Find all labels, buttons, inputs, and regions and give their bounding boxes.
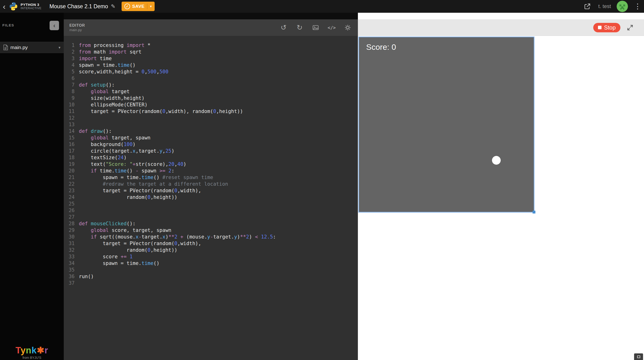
stage-canvas[interactable]: Score: 0 [358, 36, 534, 213]
code-line: 24 random(0,height)) [64, 194, 358, 201]
brand-line2: INTERACTIVE [20, 6, 41, 10]
code-line: 37 [64, 280, 358, 286]
console-toggle-button[interactable] [634, 354, 643, 360]
code-line: 26 [64, 207, 358, 214]
code-line: 25 [64, 201, 358, 207]
tynker-logo-letter: r [44, 345, 48, 355]
code-line: 28def mouseClicked(): [64, 220, 358, 227]
code-line: 35 [64, 267, 358, 273]
avatar[interactable] [616, 1, 628, 12]
code-line: 12 [64, 115, 358, 121]
stage-header: Stop [358, 19, 644, 36]
stage-body: Score: 0 [358, 36, 644, 360]
image-icon[interactable] [311, 23, 320, 32]
code-line: 13 [64, 121, 358, 128]
stop-button[interactable]: Stop [593, 23, 620, 32]
target-circle[interactable] [492, 156, 501, 165]
code-line: 20 if time.time() - spawn >= 2: [64, 167, 358, 174]
save-check-icon: ✓ [124, 3, 130, 9]
code-line: 4spawn = time.time() [64, 62, 358, 68]
file-name: main.py [10, 44, 28, 50]
code-line: 32 random(0,height)) [64, 247, 358, 253]
code-line: 23 target = PVector(random(0,width), [64, 187, 358, 194]
overflow-menu-icon[interactable]: ⋮ [634, 3, 641, 10]
code-line: 17 circle(target.x,target.y,25) [64, 148, 358, 154]
code-line: 30 if sqrt((mouse.x-target.x)**2 + (mous… [64, 234, 358, 240]
code-line: 3import time [64, 55, 358, 62]
undo-icon[interactable]: ↺ [279, 23, 288, 32]
user-name: t. test [598, 3, 611, 9]
code-line: 29 global score, target, spawn [64, 227, 358, 234]
workspace: FILES ‹ main.py ▾ Tynk✱r from BYJU'S [0, 13, 644, 360]
code-line: 21 spawn = time.time() #reset spawn time [64, 174, 358, 181]
code-line: 33 score += 1 [64, 253, 358, 260]
editor-header: EDITOR main.py ↺ ↻ </> [64, 19, 358, 36]
code-line: 27 [64, 214, 358, 220]
editor-toolbar: ↺ ↻ </> [279, 23, 352, 32]
sidebar-footer: Tynk✱r from BYJU'S [0, 346, 64, 360]
project-title: Mouse Chase 2.1 Demo [49, 3, 108, 10]
code-line: 15 global target, spawn [64, 134, 358, 141]
edit-title-icon[interactable]: ✎ [111, 3, 116, 10]
resize-handle[interactable] [532, 211, 536, 214]
save-caret-icon: ▾ [150, 4, 152, 8]
back-icon[interactable]: ‹ [3, 2, 6, 10]
save-button[interactable]: ✓ SAVE ▾ [122, 2, 155, 11]
stage-top-gap [358, 13, 644, 19]
tynker-logo-letter: k [32, 345, 36, 355]
code-line: 1from processing import * [64, 42, 358, 49]
tynker-sub: from BYJU'S [0, 356, 64, 360]
code-line: 16 background(100) [64, 141, 358, 148]
code-line: 5score,width,height = 0,500,500 [64, 68, 358, 75]
fullscreen-icon[interactable] [626, 24, 634, 31]
code-line: 34 spawn = time.time() [64, 260, 358, 267]
files-sidebar: FILES ‹ main.py ▾ Tynk✱r from BYJU'S [0, 13, 64, 360]
python-logo-icon [9, 2, 18, 11]
share-icon[interactable] [584, 2, 591, 10]
file-item-mainpy[interactable]: main.py ▾ [0, 42, 64, 53]
editor-panel-label: EDITOR [70, 23, 85, 27]
code-line: 10 ellipseMode(CENTER) [64, 101, 358, 108]
console-icon [637, 356, 640, 358]
code-lines: 1from processing import *2from math impo… [64, 42, 358, 286]
code-line: 2from math import sqrt [64, 49, 358, 55]
tynker-logo-letter: T [16, 345, 20, 355]
stop-label: Stop [604, 24, 616, 31]
tynker-logo-letter: n [26, 345, 32, 355]
code-line: 14def draw(): [64, 128, 358, 134]
tynker-logo-letter: ✱ [37, 345, 44, 355]
brand: PYTHON 3 INTERACTIVE [20, 2, 41, 10]
code-line: 36run() [64, 273, 358, 280]
score-text: Score: 0 [366, 42, 396, 52]
file-icon [3, 44, 8, 50]
tynker-logo-letter: y [20, 345, 26, 355]
code-editor[interactable]: 1from processing import *2from math impo… [64, 36, 358, 360]
code-line: 8 global target [64, 88, 358, 95]
save-divider [147, 3, 147, 9]
stop-square-icon [598, 26, 602, 29]
code-view-icon[interactable]: </> [327, 23, 336, 32]
editor-top-gap [64, 13, 358, 19]
code-line: 18 textSize(24) [64, 154, 358, 161]
brand-line1: PYTHON 3 [20, 2, 41, 6]
file-caret-icon[interactable]: ▾ [58, 45, 60, 50]
app-window: ‹ PYTHON 3 INTERACTIVE Mouse Chase 2.1 D… [0, 0, 644, 360]
tynker-logo: Tynk✱r [0, 346, 64, 356]
code-line: 7def setup(): [64, 82, 358, 88]
editor-file-name: main.py [70, 28, 85, 32]
code-line: 19 text("Score: "+str(score),20,40) [64, 161, 358, 167]
save-label: SAVE [132, 4, 144, 9]
code-line: 9 size(width,height) [64, 95, 358, 101]
code-line: 31 target = PVector(random(0,width), [64, 240, 358, 247]
code-line: 11 target = PVector(random(0,width), ran… [64, 108, 358, 115]
topbar: ‹ PYTHON 3 INTERACTIVE Mouse Chase 2.1 D… [0, 0, 644, 13]
code-line: 6 [64, 75, 358, 82]
settings-gear-icon[interactable] [343, 23, 352, 32]
redo-icon[interactable]: ↻ [295, 23, 304, 32]
stage-panel: Stop Score: 0 [358, 13, 644, 360]
collapse-sidebar-button[interactable]: ‹ [50, 21, 59, 30]
code-line: 22 #redraw the target at a different loc… [64, 181, 358, 187]
editor-panel: EDITOR main.py ↺ ↻ </> [64, 13, 358, 360]
editor-titles: EDITOR main.py [70, 23, 85, 32]
